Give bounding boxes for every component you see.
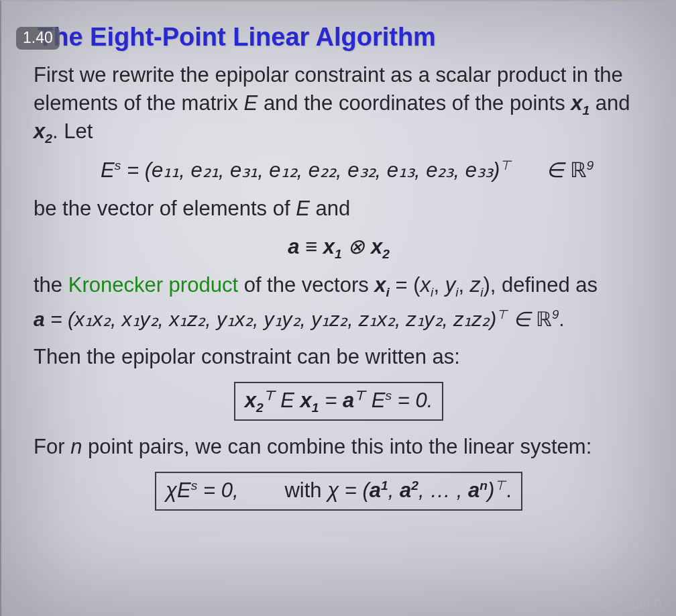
- eq1-eq: =: [121, 158, 144, 182]
- eq4-a: a⊤: [343, 389, 365, 412]
- eq4-sp2: [365, 389, 372, 412]
- eq3-vec: (x₁x₂, x₁y₂, x₁z₂, y₁x₂, y₁y₂, y₁z₂, z₁x…: [68, 308, 496, 330]
- p3-d1: ,: [433, 273, 445, 297]
- xi-comp-x: xi: [420, 273, 434, 297]
- eq5-a2-sup: 2: [411, 478, 418, 493]
- eq1-E: E: [101, 158, 115, 182]
- xi: xi: [374, 273, 390, 297]
- eq5-an-sup: n: [480, 478, 488, 493]
- eq5-a1-a: a: [370, 478, 381, 502]
- xi-cz: z: [470, 273, 481, 297]
- eq3-in: ∈: [507, 308, 536, 330]
- csdn-watermark: CSDN @是否龙磊磊真的一无所有: [475, 595, 664, 611]
- xi-comp-y: yi: [445, 273, 459, 297]
- paragraph-3: the Kronecker product of the vectors xi …: [34, 271, 644, 299]
- eq4-x2-sup: ⊤: [264, 389, 275, 403]
- p5-b: point pairs, we can combine this into th…: [82, 435, 592, 458]
- equation-a-kron: a ≡ x1 ⊗ x2: [34, 234, 644, 259]
- equation-a-expanded: a = (x₁x₂, x₁y₂, x₁z₂, y₁x₂, y₁y₂, y₁z₂,…: [34, 307, 644, 331]
- p3-a: the: [34, 273, 68, 297]
- eq4-a-sup: ⊤: [354, 389, 365, 403]
- vector-x2: x2: [34, 119, 52, 143]
- eq5-a1-sup: 1: [381, 478, 388, 493]
- eq5-eq0: = 0,: [197, 478, 238, 502]
- x2-sym: x: [34, 119, 45, 143]
- eq3-9: 9: [552, 307, 559, 321]
- eq5-open: (: [362, 478, 369, 502]
- eq1-T: ⊤: [500, 158, 511, 172]
- p5-n: n: [70, 435, 82, 458]
- vector-x1: x1: [571, 91, 589, 115]
- boxed-epipolar-constraint: x2⊤ E x1 = a⊤ Es = 0.: [234, 382, 444, 421]
- p2-E: E: [296, 197, 310, 220]
- eq5-c1: ,: [388, 478, 400, 502]
- eq5-a1: a1: [370, 478, 388, 502]
- eq5-chi2: χ: [327, 478, 339, 502]
- eq5-close: ): [488, 478, 494, 502]
- eq2-otimes: ⊗: [342, 235, 371, 258]
- p3-d2: ,: [458, 273, 469, 297]
- eq5-dot: .: [506, 478, 512, 502]
- p2-a: be the vector of elements of: [34, 197, 296, 220]
- eq3-dot: .: [559, 308, 564, 330]
- xi-cx: x: [420, 273, 431, 297]
- p2-b: and: [310, 197, 350, 220]
- eq1-close: ): [493, 158, 500, 182]
- eq2-x2-sub: 2: [382, 248, 390, 262]
- eq4-x2: x2⊤: [245, 389, 275, 412]
- eq5-a2-a: a: [400, 478, 411, 502]
- eq5-a2: a2: [400, 478, 418, 502]
- eq5-T: ⊤: [494, 478, 506, 493]
- eq2-x2: x2: [371, 235, 390, 258]
- x2-sub: 2: [45, 132, 52, 146]
- eq1-s: s: [115, 158, 121, 172]
- eq3-R: ℝ: [536, 308, 552, 330]
- eq4-x1: x1: [300, 389, 319, 412]
- eq5-chi: χ: [166, 478, 177, 502]
- boxed-linear-system: χEs = 0, with χ = (a1, a2, … , an)⊤.: [155, 472, 522, 511]
- eq4-eq1: =: [319, 389, 343, 412]
- eq4-a-sym: a: [343, 389, 354, 412]
- eq4-x1-sub: 1: [312, 401, 319, 415]
- eq3-eq: =: [45, 308, 68, 330]
- eq4-x2-sub: 2: [256, 401, 264, 415]
- p5-a: For: [34, 435, 70, 458]
- eq5-s: s: [191, 478, 198, 493]
- p3-b: of the vectors: [238, 273, 374, 297]
- eq5-with: with: [284, 478, 327, 502]
- boxed-equation-1-row: x2⊤ E x1 = a⊤ Es = 0.: [34, 382, 644, 421]
- eq5-eq: =: [339, 478, 362, 502]
- p1-text-b: and the coordinates of the points: [258, 91, 571, 115]
- eq2-equiv: ≡: [299, 235, 323, 258]
- xi-x: x: [374, 273, 386, 297]
- eq2-x2-sym: x: [371, 235, 382, 258]
- paragraph-5: For n point pairs, we can combine this i…: [34, 433, 644, 461]
- eq5-an: an: [468, 478, 488, 502]
- eq2-x1-sub: 1: [335, 248, 342, 262]
- p1-text-c: and: [589, 91, 630, 115]
- paragraph-2: be the vector of elements of E and: [34, 195, 644, 223]
- kronecker-term: Kronecker product: [68, 273, 238, 297]
- x1-sym: x: [571, 91, 582, 115]
- eq2-a: a: [288, 235, 299, 258]
- eq2-x1-sym: x: [323, 235, 335, 258]
- eq5-E: E: [177, 478, 191, 502]
- eq4-Es: Es: [372, 389, 392, 412]
- eq4-x1-sym: x: [300, 389, 312, 412]
- eq5-an-a: a: [468, 478, 480, 502]
- boxed-equation-2-row: χEs = 0, with χ = (a1, a2, … , an)⊤.: [34, 472, 644, 511]
- eq4-Es-E: E: [372, 389, 386, 412]
- eq1-9: 9: [587, 158, 594, 172]
- x1-sub: 1: [583, 103, 590, 117]
- eq5-c2: , … ,: [418, 478, 468, 502]
- timestamp-badge: 1.40: [16, 27, 60, 50]
- eq4-Es-s: s: [385, 389, 392, 403]
- slide-content: 1.40 The Eight-Point Linear Algorithm Fi…: [0, 0, 676, 616]
- eq4-eq2: = 0.: [392, 389, 433, 412]
- p1-text-d: . Let: [52, 119, 93, 143]
- p3-c: = (: [390, 273, 420, 297]
- eq5-Es: Es: [177, 478, 197, 502]
- paragraph-1: First we rewrite the epipolar constraint…: [34, 61, 644, 146]
- eq3-T: ⊤: [496, 307, 507, 321]
- eq1-R: ℝ: [570, 158, 587, 182]
